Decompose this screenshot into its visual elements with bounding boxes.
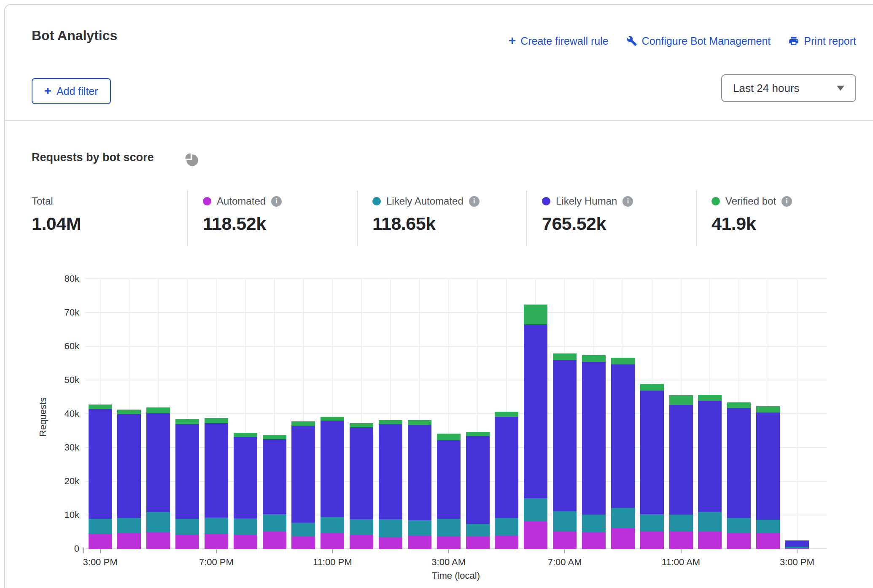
stat-likely-human: Likely Human i 765.52k (542, 195, 633, 234)
bar-300pm[interactable] (785, 540, 809, 549)
bar-segment-likely-human (669, 405, 693, 515)
x-axis-tick-label: 7:00 PM (199, 557, 234, 568)
bar-segment-verified-bot (263, 435, 286, 440)
bar-segment-likely-automated (495, 518, 518, 536)
bar-segment-likely-automated (291, 523, 315, 537)
x-axis-tick (797, 549, 798, 553)
plus-icon: + (44, 85, 51, 97)
bar-600am[interactable] (524, 305, 547, 549)
stat-automated-label: Automated (217, 195, 266, 207)
info-icon[interactable]: i (781, 196, 792, 207)
stat-total-label: Total (32, 195, 53, 207)
bar-500am[interactable] (495, 412, 518, 549)
bar-segment-automated (698, 531, 722, 549)
bar-700pm[interactable] (205, 418, 228, 549)
bar-segment-verified-bot (146, 407, 170, 413)
bar-100pm[interactable] (727, 402, 751, 549)
x-axis-tick (100, 549, 101, 553)
bar-900pm[interactable] (263, 435, 286, 549)
bar-segment-automated (321, 533, 344, 549)
bar-800am[interactable] (582, 355, 606, 549)
bar-700am[interactable] (553, 353, 577, 549)
bar-segment-likely-human (175, 424, 199, 519)
bar-1000pm[interactable] (291, 421, 315, 549)
bar-1200pm[interactable] (698, 395, 722, 549)
x-axis-tick-label: 3:00 PM (780, 557, 814, 568)
bar-segment-likely-human (146, 413, 170, 512)
add-filter-button[interactable]: + Add filter (32, 78, 111, 104)
bar-200pm[interactable] (756, 406, 780, 549)
horizontal-gridline (86, 278, 827, 279)
bar-100am[interactable] (379, 420, 402, 549)
bar-400am[interactable] (466, 432, 490, 549)
x-axis-tick-label: 11:00 PM (313, 557, 352, 568)
bar-300pm[interactable] (89, 405, 112, 549)
legend-dot-likely-automated (372, 197, 381, 205)
stat-verified-bot-label: Verified bot (725, 195, 776, 207)
bar-segment-automated (640, 531, 664, 549)
x-axis-title: Time (local) (432, 570, 480, 581)
bar-segment-automated (437, 536, 461, 549)
info-icon[interactable]: i (271, 196, 282, 207)
legend-dot-automated (203, 197, 211, 205)
time-range-select[interactable]: Last 24 hours (721, 74, 856, 102)
bar-segment-likely-automated (466, 524, 490, 537)
bar-segment-likely-automated (234, 518, 257, 534)
configure-bot-management-link[interactable]: Configure Bot Management (626, 35, 771, 47)
bar-400pm[interactable] (117, 410, 141, 549)
bar-segment-likely-automated (321, 517, 344, 533)
bar-1100pm[interactable] (321, 417, 344, 549)
stat-total: Total 1.04M (32, 195, 81, 234)
bar-300am[interactable] (437, 434, 461, 549)
stat-total-value: 1.04M (32, 213, 81, 234)
bar-segment-likely-human (611, 364, 635, 507)
bar-1000am[interactable] (640, 384, 664, 549)
create-firewall-rule-link[interactable]: + Create firewall rule (509, 35, 609, 47)
bar-segment-automated (553, 531, 577, 549)
x-axis-tick (332, 549, 333, 553)
stat-likely-human-label: Likely Human (556, 195, 617, 207)
print-report-link[interactable]: Print report (788, 35, 856, 47)
bar-segment-likely-human (321, 421, 344, 517)
vertical-gridline (797, 279, 798, 549)
y-axis-tick-label: 70k (41, 307, 79, 318)
bar-segment-verified-bot (727, 402, 751, 408)
bar-segment-likely-human (640, 391, 664, 514)
bar-segment-likely-human (524, 324, 547, 498)
legend-dot-likely-human (542, 197, 550, 205)
bar-1100am[interactable] (669, 395, 693, 549)
bar-600pm[interactable] (175, 419, 199, 549)
bar-segment-verified-bot (669, 395, 693, 405)
bar-segment-verified-bot (495, 412, 518, 416)
bar-segment-likely-human (785, 541, 809, 547)
bar-900am[interactable] (611, 358, 635, 549)
info-icon[interactable]: i (622, 196, 633, 207)
x-axis-tick-label: 3:00 PM (83, 557, 118, 568)
bar-1200am[interactable] (350, 423, 373, 549)
bar-800pm[interactable] (234, 433, 257, 549)
y-axis-tick-label: 0 (41, 543, 79, 554)
info-icon[interactable]: i (469, 196, 480, 207)
bar-segment-automated (495, 536, 518, 549)
bar-segment-automated (205, 534, 228, 549)
bar-segment-likely-human (89, 409, 112, 519)
printer-icon (788, 35, 799, 46)
bar-segment-likely-automated (698, 512, 722, 531)
bar-segment-automated (291, 537, 315, 549)
bar-segment-likely-automated (582, 515, 606, 532)
bar-segment-verified-bot (205, 418, 228, 423)
stat-verified-bot: Verified bot i 41.9k (711, 195, 792, 234)
bar-segment-verified-bot (408, 420, 431, 424)
bar-segment-verified-bot (611, 358, 635, 364)
bar-segment-verified-bot (582, 355, 606, 362)
bar-segment-automated (669, 531, 693, 549)
bar-segment-likely-automated (146, 512, 170, 532)
stat-likely-automated: Likely Automated i 118.65k (372, 195, 480, 234)
bar-500pm[interactable] (146, 407, 170, 549)
bar-segment-verified-bot (350, 423, 373, 427)
bar-200am[interactable] (408, 420, 431, 549)
bar-segment-likely-automated (408, 520, 431, 536)
bar-segment-likely-automated (553, 511, 577, 531)
bar-segment-likely-automated (263, 514, 286, 531)
y-axis-tick-label: 40k (41, 408, 79, 419)
